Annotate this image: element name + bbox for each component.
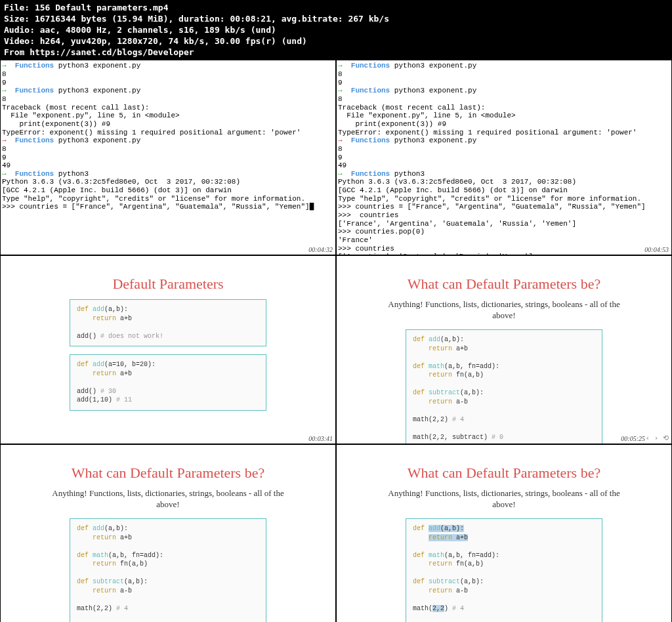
code-box: def add(a,b): return a+b def math(a,b, f… [406, 518, 602, 622]
file-info-header: File: 156 Default parameters.mp4 Size: 1… [0, 0, 672, 60]
timestamp: 00:03:41 [308, 435, 333, 442]
slide-title: What can Default Parameters be? [72, 465, 264, 482]
code-box: def add(a,b): return a+b def math(a,b, f… [70, 518, 266, 622]
nav-icons: ‹ › ⟲ [646, 434, 669, 442]
slide-title: What can Default Parameters be? [408, 465, 600, 482]
terminal-output: → Functions python3 exponent.py 8 9 → Fu… [337, 60, 671, 255]
timestamp: 00:04:32 [308, 246, 333, 253]
terminal-output: → Functions python3 exponent.py 8 9 → Fu… [1, 60, 335, 213]
thumb-6: What can Default Parameters be? Anything… [337, 445, 671, 622]
code-box: def add(a,b): return a+b add() # does no… [70, 299, 266, 346]
thumb-3: Default Parameters def add(a,b): return … [1, 256, 335, 444]
slide-title: What can Default Parameters be? [408, 276, 600, 293]
slide-subtitle: Anything! Functions, lists, dictionaries… [40, 488, 296, 510]
code-box: def add(a,b): return a+b def math(a,b, f… [406, 329, 602, 444]
thumb-2: → Functions python3 exponent.py 8 9 → Fu… [337, 60, 671, 255]
thumb-1: → Functions python3 exponent.py 8 9 → Fu… [1, 60, 335, 255]
timestamp: 00:04:53 [644, 246, 669, 253]
slide-subtitle: Anything! Functions, lists, dictionaries… [376, 488, 632, 510]
thumbnail-grid: → Functions python3 exponent.py 8 9 → Fu… [0, 60, 672, 622]
thumb-5: What can Default Parameters be? Anything… [1, 445, 335, 622]
slide-title: Default Parameters [112, 276, 223, 293]
thumb-4: What can Default Parameters be? Anything… [337, 256, 671, 444]
timestamp: 00:05:25 [621, 435, 645, 442]
slide-subtitle: Anything! Functions, lists, dictionaries… [376, 299, 632, 321]
code-box: def add(a=10, b=20): return a+b add() # … [70, 354, 266, 411]
